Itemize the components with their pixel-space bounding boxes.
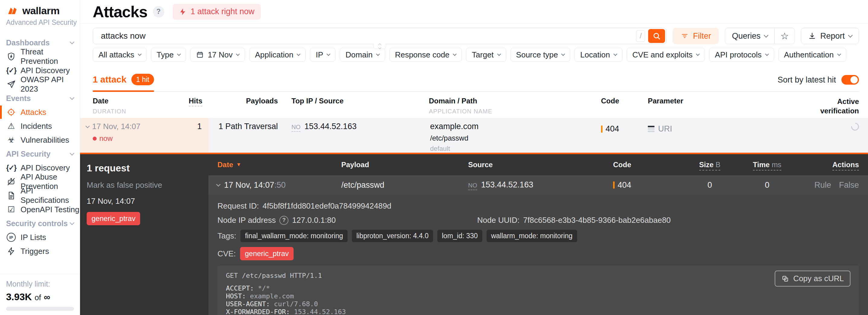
sort-toggle[interactable]	[841, 75, 859, 85]
attack-payload-cell: 1 Path Traversal	[208, 118, 284, 153]
sidebar-section-events[interactable]: Events	[0, 91, 80, 105]
sidebar-item-openapi-testing[interactable]: ☑ OpenAPI Testing	[0, 203, 80, 217]
calendar-icon	[196, 51, 204, 59]
sidebar-item-threat-prevention[interactable]: Threat Prevention	[0, 50, 80, 63]
monthly-limit: Monthly limit: 3.93K of ∞	[0, 274, 80, 315]
col-code: Code	[613, 161, 683, 169]
chevron-down-icon	[497, 52, 501, 56]
shield-icon	[6, 52, 16, 61]
page-header: Attacks ? 1 attack right now	[80, 0, 868, 24]
cve-tag[interactable]: generic_ptrav	[240, 247, 293, 260]
copy-as-curl-button[interactable]: Copy as cURL	[775, 270, 850, 287]
sidebar-item-owasp-api-2023[interactable]: OWASP API 2023	[0, 77, 80, 91]
braces-icon: {✓}	[6, 164, 16, 172]
chevron-down-icon	[138, 52, 142, 56]
sidebar-item-triggers[interactable]: Triggers	[0, 244, 80, 258]
sidebar-section-api-security[interactable]: API Security	[0, 147, 80, 161]
results-tabs: 1 attack 1 hit Sort by latest hit	[93, 72, 859, 92]
col-time[interactable]: Time ms	[737, 161, 797, 169]
chip-source-type[interactable]: Source type	[510, 48, 570, 62]
request-size-cell: 0	[683, 180, 737, 190]
wallarm-logo[interactable]: wallarm	[0, 5, 80, 17]
queries-button[interactable]: Queries	[725, 28, 775, 44]
hits-badge: 1 hit	[131, 74, 154, 85]
chip-authentication[interactable]: Authentication	[778, 48, 846, 62]
http-header: X-FORWARDED-FOR: 153.44.52.163	[226, 308, 850, 315]
favorite-queries-button[interactable]: ☆	[775, 28, 795, 44]
chip-all-attacks[interactable]: All attacks	[93, 48, 147, 62]
chip-api-protocols[interactable]: API protocols	[709, 48, 774, 62]
sidebar-item-vulnerabilities[interactable]: ☣ Vulnerabilities	[0, 133, 80, 147]
target-icon	[6, 108, 16, 117]
sidebar: wallarm Advanced API Security Dashboards…	[0, 0, 80, 315]
domain: example.com	[430, 122, 599, 131]
chevron-down-icon	[837, 52, 841, 56]
mark-false-positive-link[interactable]: Mark as false positive	[87, 180, 208, 190]
attack-type-tag[interactable]: generic_ptrav	[87, 212, 140, 225]
search-box: /	[93, 28, 666, 44]
search-icon	[652, 32, 661, 40]
sidebar-item-incidents[interactable]: ⚠ Incidents	[0, 119, 80, 133]
chip-target[interactable]: Target	[466, 48, 506, 62]
slash-shortcut-hint: /	[636, 30, 645, 42]
lightning-icon	[179, 8, 187, 16]
verification-spinner-icon	[849, 121, 861, 133]
chevron-down-icon	[376, 52, 380, 56]
col-date-sorted[interactable]: Date ▼	[208, 161, 341, 169]
col-hits[interactable]: Hits	[184, 97, 208, 105]
help-icon[interactable]: ?	[279, 216, 288, 225]
false-action[interactable]: False	[839, 180, 859, 190]
chip-date[interactable]: 17 Nov	[190, 48, 245, 62]
chevron-down-icon	[453, 52, 457, 56]
chip-application[interactable]: Application	[249, 48, 306, 62]
copy-icon	[781, 275, 789, 283]
attack-table-row[interactable]: 17 Nov, 14:07 now 1 1 Path Traversal NO …	[80, 118, 868, 154]
request-row[interactable]: 17 Nov, 14:07:50 /etc/passwd NO 153.44.5…	[208, 175, 868, 195]
chip-domain[interactable]: Domain	[340, 48, 385, 62]
infinity-icon: ∞	[44, 292, 50, 302]
chip-cve-and-exploits[interactable]: CVE and exploits	[627, 48, 705, 62]
source-ip: 153.44.52.163	[304, 122, 357, 131]
chevron-down-icon	[216, 182, 220, 187]
chevron-down-icon	[70, 220, 74, 225]
search-input[interactable]	[93, 31, 636, 41]
http-request-line: GET /etc/passwd HTTP/1.1	[226, 272, 850, 280]
col-actions[interactable]: Actions	[797, 161, 859, 169]
braces-icon: {✓}	[6, 66, 16, 75]
wallarm-logo-icon	[6, 6, 19, 16]
rule-action[interactable]: Rule	[814, 180, 831, 190]
chip-response-code[interactable]: Response code	[389, 48, 462, 62]
search-button[interactable]	[648, 29, 665, 43]
filter-button[interactable]: Filter	[673, 28, 719, 44]
attack-domain-cell: example.com /etc/passwd default	[429, 118, 599, 153]
report-button[interactable]: Report	[801, 28, 859, 44]
status-code-bar-icon	[613, 181, 615, 189]
help-icon[interactable]: ?	[153, 6, 164, 18]
sidebar-item-api-specifications[interactable]: API Specifications	[0, 189, 80, 203]
tab-attacks-count[interactable]: 1 attack 1 hit	[93, 74, 154, 91]
sidebar-section-security-controls[interactable]: Security controls	[0, 217, 80, 230]
request-date-cell[interactable]: 17 Nov, 14:07:50	[208, 180, 341, 190]
attack-date-cell[interactable]: 17 Nov, 14:07 now	[80, 118, 184, 153]
cve-row: CVE: generic_ptrav	[217, 247, 859, 260]
search-expand-handle[interactable]	[373, 44, 386, 49]
chevron-down-icon	[177, 52, 181, 56]
monthly-limit-progress	[6, 307, 74, 311]
star-icon: ☆	[780, 31, 789, 42]
attack-now-badge: 1 attack right now	[173, 4, 261, 20]
chip-type[interactable]: Type	[151, 48, 186, 62]
parameter-icon	[648, 126, 654, 132]
search-row: / Filter Queries ☆	[93, 28, 859, 44]
col-size[interactable]: Size B	[683, 161, 737, 169]
request-id-line: Request ID: 4f5bf8f1fdd801edef0a78499942…	[217, 201, 859, 211]
sidebar-item-attacks[interactable]: Attacks	[0, 105, 80, 119]
attack-source-cell: NO 153.44.52.163	[284, 118, 429, 153]
chip-location[interactable]: Location	[575, 48, 622, 62]
country-code: NO	[291, 124, 301, 132]
chip-ip[interactable]: IP	[310, 48, 336, 62]
brand-name: wallarm	[22, 5, 60, 17]
sidebar-item-ip-lists[interactable]: IP IP Lists	[0, 230, 80, 244]
warning-icon: ⚠	[6, 122, 16, 130]
attack-hits-cell: 1	[184, 118, 208, 153]
chevron-down-icon	[70, 150, 74, 155]
